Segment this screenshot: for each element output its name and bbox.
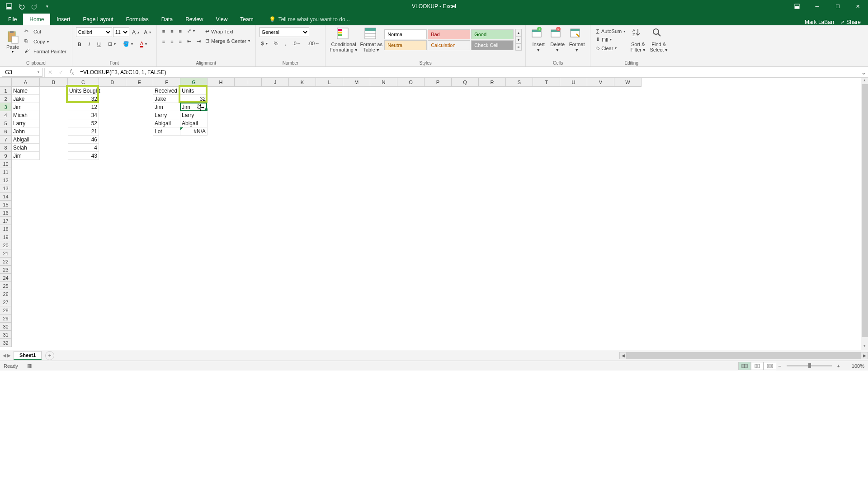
row-header[interactable]: 20	[0, 241, 12, 249]
cancel-formula-button[interactable]: ✕	[45, 69, 56, 75]
row-header[interactable]: 4	[0, 111, 12, 119]
style-good[interactable]: Good	[471, 29, 514, 39]
insert-cells-button[interactable]: +Insert▾	[529, 27, 547, 53]
scroll-right-button[interactable]: ▶	[861, 352, 868, 359]
cell[interactable]: Larry	[153, 111, 180, 119]
bold-button[interactable]: B	[76, 41, 83, 48]
styles-scroll-down[interactable]: ▾	[515, 36, 522, 43]
merge-center-button[interactable]: ⊟Merge & Center▾	[203, 37, 252, 45]
row-header[interactable]: 14	[0, 192, 12, 201]
cell[interactable]: Received	[153, 87, 180, 95]
share-button[interactable]: ↗Share	[840, 19, 861, 25]
styles-scroll-up[interactable]: ▴	[515, 29, 522, 36]
name-box[interactable]: G3▾	[2, 68, 42, 77]
cell[interactable]: 4	[68, 144, 99, 152]
cell[interactable]: John	[12, 127, 40, 136]
row-header[interactable]: 18	[0, 225, 12, 233]
cell[interactable]: Abigail	[153, 119, 180, 127]
cell[interactable]: Abigail	[12, 136, 40, 144]
row-header[interactable]: 21	[0, 249, 12, 258]
shrink-font-button[interactable]: A▾	[142, 28, 152, 36]
row-header[interactable]: 10	[0, 160, 12, 168]
column-header[interactable]: O	[397, 78, 425, 87]
zoom-out-button[interactable]: −	[776, 363, 783, 369]
format-as-table-button[interactable]: Format as Table ▾	[359, 27, 383, 52]
orientation-button[interactable]: ⤢▾	[185, 27, 197, 35]
font-size-select[interactable]: 11	[113, 27, 129, 37]
insert-function-button[interactable]: fx	[66, 68, 77, 75]
ribbon-options-icon[interactable]	[787, 0, 807, 13]
column-header[interactable]: C	[68, 78, 99, 87]
column-header[interactable]: H	[208, 78, 235, 87]
cell[interactable]: Jake	[12, 95, 40, 103]
row-header[interactable]: 2	[0, 95, 12, 103]
number-format-select[interactable]: General	[259, 27, 309, 37]
column-header[interactable]: M	[343, 78, 370, 87]
cell[interactable]: Jim	[12, 152, 40, 160]
row-header[interactable]: 13	[0, 184, 12, 192]
decrease-decimal-button[interactable]: .00←	[306, 40, 321, 47]
style-check-cell[interactable]: Check Cell	[471, 40, 514, 50]
sheet-nav-prev[interactable]: ◀	[3, 353, 6, 358]
column-header[interactable]: D	[99, 78, 126, 87]
row-header[interactable]: 15	[0, 201, 12, 209]
column-header[interactable]: L	[316, 78, 343, 87]
cell[interactable]: 32	[180, 95, 208, 103]
row-header[interactable]: 32	[0, 339, 12, 347]
increase-indent-button[interactable]: ⇥	[195, 38, 203, 45]
user-name[interactable]: Mark LaBarr	[805, 19, 835, 25]
row-header[interactable]: 3	[0, 103, 12, 111]
comma-button[interactable]: ,	[283, 40, 288, 47]
align-right-button[interactable]: ≡	[177, 38, 184, 45]
tab-insert[interactable]: Insert	[50, 14, 76, 25]
decrease-indent-button[interactable]: ⇤	[185, 38, 193, 45]
close-icon[interactable]: ✕	[848, 0, 868, 13]
percent-button[interactable]: %	[272, 40, 280, 47]
row-header[interactable]: 25	[0, 282, 12, 290]
clear-button[interactable]: ◇Clear▾	[594, 44, 627, 52]
error-indicator-icon[interactable]	[180, 127, 183, 130]
row-header[interactable]: 11	[0, 168, 12, 176]
cell[interactable]: 52	[68, 119, 99, 127]
row-header[interactable]: 17	[0, 217, 12, 225]
row-header[interactable]: 31	[0, 331, 12, 339]
row-header[interactable]: 7	[0, 136, 12, 144]
maximize-icon[interactable]: ☐	[827, 0, 848, 13]
tab-home[interactable]: Home	[23, 14, 50, 25]
cell[interactable]: Larry	[180, 111, 208, 119]
fill-color-button[interactable]: 🪣▾	[121, 40, 135, 48]
column-header[interactable]: Q	[452, 78, 479, 87]
styles-more[interactable]: ≡	[515, 43, 522, 51]
normal-view-button[interactable]	[738, 362, 751, 370]
column-header[interactable]: F	[153, 78, 180, 87]
page-layout-view-button[interactable]	[751, 362, 764, 370]
column-header[interactable]: K	[289, 78, 316, 87]
tab-view[interactable]: View	[210, 14, 234, 25]
column-header[interactable]: N	[370, 78, 397, 87]
cell[interactable]: Lot	[153, 127, 180, 136]
cell[interactable]: 21	[68, 127, 99, 136]
row-header[interactable]: 16	[0, 209, 12, 217]
sort-filter-button[interactable]: AZSort & Filter ▾	[628, 27, 648, 52]
cell[interactable]: Jim	[153, 103, 180, 111]
fill-button[interactable]: ⬇Fill▾	[594, 36, 627, 43]
row-header[interactable]: 22	[0, 258, 12, 266]
format-painter-button[interactable]: 🖌Format Painter	[23, 47, 68, 56]
paste-button[interactable]: Paste ▾	[4, 30, 22, 54]
column-header[interactable]: T	[533, 78, 560, 87]
column-header[interactable]: P	[425, 78, 452, 87]
tab-review[interactable]: Review	[179, 14, 209, 25]
row-header[interactable]: 6	[0, 127, 12, 136]
row-header[interactable]: 23	[0, 266, 12, 274]
align-bottom-button[interactable]: ≡	[177, 28, 184, 35]
wrap-text-button[interactable]: ↩Wrap Text	[203, 28, 252, 35]
zoom-level[interactable]: 100%	[845, 363, 864, 369]
column-header[interactable]: W	[614, 78, 642, 87]
cell[interactable]: Selah	[12, 144, 40, 152]
undo-icon[interactable]	[16, 1, 27, 12]
select-all-corner[interactable]	[0, 78, 12, 87]
row-header[interactable]: 26	[0, 290, 12, 298]
cell[interactable]: #N/A	[180, 127, 208, 136]
qat-customize-icon[interactable]: ▾	[42, 1, 52, 12]
sheet-tab-active[interactable]: Sheet1	[14, 351, 42, 360]
